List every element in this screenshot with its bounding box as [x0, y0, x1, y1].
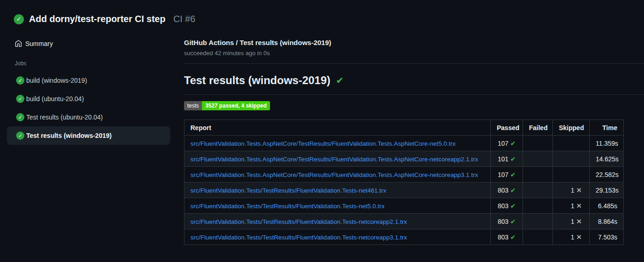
test-results-table: Report Passed Failed Skipped Time src/Fl… — [184, 120, 624, 245]
sidebar: Summary Jobs ✓ build (windows-2019) ✓ bu… — [0, 29, 184, 145]
job-label: Test results (windows-2019) — [26, 132, 112, 139]
report-link[interactable]: src/FluentValidation.Tests/TestResults/F… — [190, 187, 386, 194]
table-row: src/FluentValidation.Tests.AspNetCore/Te… — [184, 167, 624, 182]
pass-check-icon: ✔ — [510, 202, 516, 210]
run-number: CI #6 — [173, 14, 196, 24]
pass-check-icon: ✔ — [510, 171, 516, 178]
badge-label: tests — [184, 101, 202, 110]
report-link[interactable]: src/FluentValidation.Tests.AspNetCore/Te… — [190, 156, 478, 163]
table-row: src/FluentValidation.Tests/TestResults/F… — [184, 214, 624, 229]
pass-check-icon: ✔ — [510, 234, 516, 241]
jobs-section-label: Jobs — [7, 52, 170, 71]
run-header: ✓ Add dorny/test-reporter CI step CI #6 — [0, 0, 644, 29]
skip-x-icon: ✕ — [576, 217, 582, 225]
success-check-circle-icon: ✓ — [16, 113, 24, 121]
column-header-skipped: Skipped — [553, 120, 590, 136]
table-row: src/FluentValidation.Tests.AspNetCore/Te… — [184, 151, 624, 167]
success-check-icon: ✔ — [336, 76, 344, 85]
check-suite-status: succeeded 42 minutes ago in 0s — [184, 50, 644, 57]
table-header-row: Report Passed Failed Skipped Time — [184, 120, 624, 136]
main-content: GitHub Actions / Test results (windows-2… — [184, 29, 644, 245]
column-header-report: Report — [184, 120, 491, 136]
jobs-list: ✓ build (windows-2019) ✓ build (ubuntu-2… — [7, 71, 170, 145]
sidebar-job-item[interactable]: ✓ build (windows-2019) — [7, 71, 170, 90]
sidebar-job-item[interactable]: ✓ build (ubuntu-20.04) — [7, 90, 170, 108]
skip-x-icon: ✕ — [576, 233, 582, 241]
pass-check-icon: ✔ — [510, 218, 516, 225]
success-check-circle-icon: ✓ — [14, 14, 24, 24]
success-check-circle-icon: ✓ — [16, 131, 24, 140]
job-label: build (ubuntu-20.04) — [26, 95, 84, 103]
success-check-circle-icon: ✓ — [16, 95, 24, 103]
home-icon — [15, 40, 22, 47]
table-row: src/FluentValidation.Tests/TestResults/F… — [184, 198, 624, 214]
pass-check-icon: ✔ — [510, 155, 516, 163]
report-link[interactable]: src/FluentValidation.Tests/TestResults/F… — [190, 218, 407, 225]
pass-check-icon: ✔ — [510, 140, 516, 147]
run-title: Add dorny/test-reporter CI step — [29, 14, 166, 24]
check-suite-title: GitHub Actions / Test results (windows-2… — [184, 39, 644, 46]
divider — [184, 94, 644, 95]
table-row: src/FluentValidation.Tests/TestResults/F… — [184, 229, 624, 245]
section-title: Test results (windows-2019) — [184, 74, 330, 87]
job-label: Test results (ubuntu-20.04) — [26, 114, 103, 121]
tests-badge: tests 3527 passed, 4 skipped — [184, 101, 270, 110]
column-header-passed: Passed — [491, 120, 523, 136]
report-link[interactable]: src/FluentValidation.Tests/TestResults/F… — [190, 203, 385, 210]
table-row: src/FluentValidation.Tests.AspNetCore/Te… — [184, 136, 624, 151]
skip-x-icon: ✕ — [576, 186, 582, 194]
summary-label: Summary — [25, 40, 53, 47]
sidebar-item-summary[interactable]: Summary — [7, 35, 170, 52]
column-header-time: Time — [590, 120, 624, 136]
column-header-failed: Failed — [523, 120, 553, 136]
badge-value: 3527 passed, 4 skipped — [202, 101, 270, 110]
divider — [184, 63, 644, 64]
sidebar-job-item[interactable]: ✓ Test results (windows-2019) — [7, 126, 170, 145]
report-link[interactable]: src/FluentValidation.Tests/TestResults/F… — [190, 234, 407, 241]
table-row: src/FluentValidation.Tests/TestResults/F… — [184, 182, 624, 198]
success-check-circle-icon: ✓ — [16, 76, 24, 85]
section-heading: Test results (windows-2019) ✔ — [184, 74, 644, 87]
report-link[interactable]: src/FluentValidation.Tests.AspNetCore/Te… — [190, 171, 478, 178]
skip-x-icon: ✕ — [576, 202, 582, 210]
report-link[interactable]: src/FluentValidation.Tests.AspNetCore/Te… — [190, 140, 456, 147]
job-label: build (windows-2019) — [26, 77, 87, 84]
sidebar-job-item[interactable]: ✓ Test results (ubuntu-20.04) — [7, 108, 170, 126]
pass-check-icon: ✔ — [510, 187, 516, 194]
